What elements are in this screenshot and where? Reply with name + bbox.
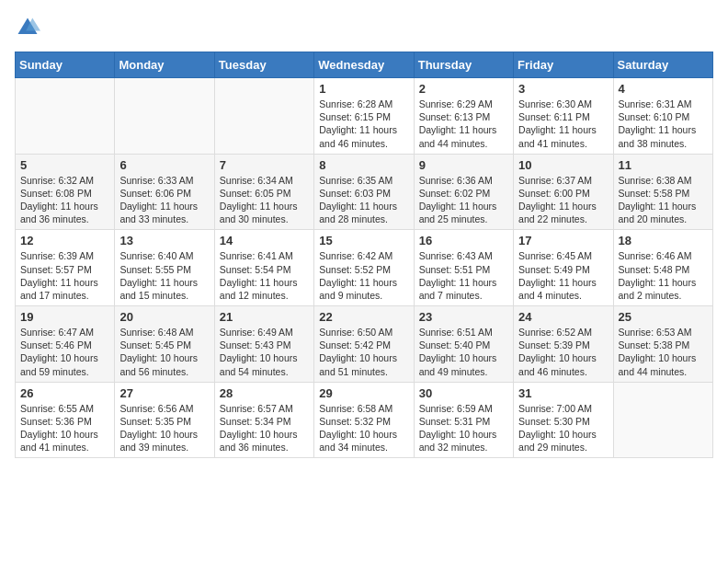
day-number: 13 xyxy=(119,234,209,247)
day-content: Sunrise: 6:32 AM Sunset: 6:08 PM Dayligh… xyxy=(20,174,109,226)
calendar-cell: 17Sunrise: 6:45 AM Sunset: 5:49 PM Dayli… xyxy=(514,230,613,306)
day-number: 16 xyxy=(419,234,508,247)
calendar-cell: 28Sunrise: 6:57 AM Sunset: 5:34 PM Dayli… xyxy=(214,382,313,458)
weekday-header: Monday xyxy=(115,52,214,78)
calendar-cell: 20Sunrise: 6:48 AM Sunset: 5:45 PM Dayli… xyxy=(115,306,214,383)
calendar-cell: 4Sunrise: 6:31 AM Sunset: 6:10 PM Daylig… xyxy=(613,78,712,155)
calendar-cell: 30Sunrise: 6:59 AM Sunset: 5:31 PM Dayli… xyxy=(414,382,513,458)
day-number: 7 xyxy=(220,158,309,172)
day-content: Sunrise: 6:40 AM Sunset: 5:55 PM Dayligh… xyxy=(119,249,209,302)
calendar-cell: 1Sunrise: 6:28 AM Sunset: 6:15 PM Daylig… xyxy=(314,78,414,155)
day-content: Sunrise: 6:42 AM Sunset: 5:52 PM Dayligh… xyxy=(319,249,408,302)
logo xyxy=(15,15,44,40)
day-number: 2 xyxy=(419,82,508,96)
day-content: Sunrise: 6:56 AM Sunset: 5:35 PM Dayligh… xyxy=(119,402,209,454)
day-number: 1 xyxy=(319,82,408,96)
calendar-cell: 7Sunrise: 6:34 AM Sunset: 6:05 PM Daylig… xyxy=(214,154,313,230)
day-content: Sunrise: 6:41 AM Sunset: 5:54 PM Dayligh… xyxy=(220,249,309,302)
calendar-cell: 29Sunrise: 6:58 AM Sunset: 5:32 PM Dayli… xyxy=(314,382,414,458)
day-number: 18 xyxy=(619,234,708,247)
calendar-cell xyxy=(214,78,313,155)
day-content: Sunrise: 7:00 AM Sunset: 5:30 PM Dayligh… xyxy=(518,402,608,454)
day-number: 6 xyxy=(119,158,209,172)
day-number: 28 xyxy=(220,386,309,400)
day-number: 12 xyxy=(20,234,109,247)
calendar-body: 1Sunrise: 6:28 AM Sunset: 6:15 PM Daylig… xyxy=(16,78,713,458)
calendar-cell: 6Sunrise: 6:33 AM Sunset: 6:06 PM Daylig… xyxy=(115,154,214,230)
day-number: 22 xyxy=(319,310,408,324)
day-content: Sunrise: 6:50 AM Sunset: 5:42 PM Dayligh… xyxy=(319,326,408,378)
day-number: 14 xyxy=(220,234,309,247)
day-number: 26 xyxy=(20,386,109,400)
day-content: Sunrise: 6:36 AM Sunset: 6:02 PM Dayligh… xyxy=(419,174,508,226)
calendar-cell xyxy=(613,382,712,458)
day-number: 31 xyxy=(518,386,608,400)
calendar-cell: 21Sunrise: 6:49 AM Sunset: 5:43 PM Dayli… xyxy=(214,306,313,383)
calendar-cell: 14Sunrise: 6:41 AM Sunset: 5:54 PM Dayli… xyxy=(214,230,313,306)
day-content: Sunrise: 6:58 AM Sunset: 5:32 PM Dayligh… xyxy=(319,402,408,454)
day-content: Sunrise: 6:38 AM Sunset: 5:58 PM Dayligh… xyxy=(619,174,708,226)
calendar-cell: 18Sunrise: 6:46 AM Sunset: 5:48 PM Dayli… xyxy=(613,230,712,306)
day-number: 9 xyxy=(419,158,508,172)
weekday-header: Wednesday xyxy=(314,52,414,78)
calendar-week-row: 12Sunrise: 6:39 AM Sunset: 5:57 PM Dayli… xyxy=(16,230,713,306)
day-content: Sunrise: 6:29 AM Sunset: 6:13 PM Dayligh… xyxy=(419,98,508,150)
weekday-header: Thursday xyxy=(414,52,513,78)
page-header xyxy=(15,15,713,40)
calendar-week-row: 26Sunrise: 6:55 AM Sunset: 5:36 PM Dayli… xyxy=(16,382,713,458)
calendar-week-row: 1Sunrise: 6:28 AM Sunset: 6:15 PM Daylig… xyxy=(16,78,713,155)
calendar-table: SundayMondayTuesdayWednesdayThursdayFrid… xyxy=(15,52,713,458)
calendar-cell: 31Sunrise: 7:00 AM Sunset: 5:30 PM Dayli… xyxy=(514,382,613,458)
calendar-cell: 3Sunrise: 6:30 AM Sunset: 6:11 PM Daylig… xyxy=(514,78,613,155)
day-content: Sunrise: 6:34 AM Sunset: 6:05 PM Dayligh… xyxy=(220,174,309,226)
calendar-week-row: 5Sunrise: 6:32 AM Sunset: 6:08 PM Daylig… xyxy=(16,154,713,230)
day-content: Sunrise: 6:49 AM Sunset: 5:43 PM Dayligh… xyxy=(220,326,309,378)
day-content: Sunrise: 6:31 AM Sunset: 6:10 PM Dayligh… xyxy=(619,98,708,150)
calendar-cell xyxy=(115,78,214,155)
day-content: Sunrise: 6:35 AM Sunset: 6:03 PM Dayligh… xyxy=(319,174,408,226)
day-content: Sunrise: 6:39 AM Sunset: 5:57 PM Dayligh… xyxy=(20,249,109,302)
day-number: 20 xyxy=(119,310,209,324)
calendar-cell: 16Sunrise: 6:43 AM Sunset: 5:51 PM Dayli… xyxy=(414,230,513,306)
day-number: 29 xyxy=(319,386,408,400)
calendar-cell: 10Sunrise: 6:37 AM Sunset: 6:00 PM Dayli… xyxy=(514,154,613,230)
day-number: 4 xyxy=(619,82,708,96)
day-content: Sunrise: 6:51 AM Sunset: 5:40 PM Dayligh… xyxy=(419,326,508,378)
calendar-cell: 22Sunrise: 6:50 AM Sunset: 5:42 PM Dayli… xyxy=(314,306,414,383)
day-number: 5 xyxy=(20,158,109,172)
logo-icon xyxy=(15,15,40,40)
day-content: Sunrise: 6:46 AM Sunset: 5:48 PM Dayligh… xyxy=(619,249,708,302)
day-number: 27 xyxy=(119,386,209,400)
day-content: Sunrise: 6:52 AM Sunset: 5:39 PM Dayligh… xyxy=(518,326,608,378)
calendar-cell: 23Sunrise: 6:51 AM Sunset: 5:40 PM Dayli… xyxy=(414,306,513,383)
calendar-cell: 5Sunrise: 6:32 AM Sunset: 6:08 PM Daylig… xyxy=(16,154,115,230)
calendar-cell: 2Sunrise: 6:29 AM Sunset: 6:13 PM Daylig… xyxy=(414,78,513,155)
day-content: Sunrise: 6:47 AM Sunset: 5:46 PM Dayligh… xyxy=(20,326,109,378)
day-number: 30 xyxy=(419,386,508,400)
day-number: 8 xyxy=(319,158,408,172)
day-content: Sunrise: 6:53 AM Sunset: 5:38 PM Dayligh… xyxy=(619,326,708,378)
calendar-cell: 19Sunrise: 6:47 AM Sunset: 5:46 PM Dayli… xyxy=(16,306,115,383)
day-content: Sunrise: 6:30 AM Sunset: 6:11 PM Dayligh… xyxy=(518,98,608,150)
day-content: Sunrise: 6:43 AM Sunset: 5:51 PM Dayligh… xyxy=(419,249,508,302)
calendar-cell: 13Sunrise: 6:40 AM Sunset: 5:55 PM Dayli… xyxy=(115,230,214,306)
day-number: 17 xyxy=(518,234,608,247)
calendar-cell: 25Sunrise: 6:53 AM Sunset: 5:38 PM Dayli… xyxy=(613,306,712,383)
day-content: Sunrise: 6:55 AM Sunset: 5:36 PM Dayligh… xyxy=(20,402,109,454)
day-number: 25 xyxy=(619,310,708,324)
day-content: Sunrise: 6:33 AM Sunset: 6:06 PM Dayligh… xyxy=(119,174,209,226)
day-number: 10 xyxy=(518,158,608,172)
calendar-header: SundayMondayTuesdayWednesdayThursdayFrid… xyxy=(16,52,713,78)
day-content: Sunrise: 6:48 AM Sunset: 5:45 PM Dayligh… xyxy=(119,326,209,378)
day-number: 19 xyxy=(20,310,109,324)
calendar-cell: 11Sunrise: 6:38 AM Sunset: 5:58 PM Dayli… xyxy=(613,154,712,230)
day-number: 11 xyxy=(619,158,708,172)
day-number: 15 xyxy=(319,234,408,247)
day-content: Sunrise: 6:59 AM Sunset: 5:31 PM Dayligh… xyxy=(419,402,508,454)
calendar-cell: 24Sunrise: 6:52 AM Sunset: 5:39 PM Dayli… xyxy=(514,306,613,383)
day-content: Sunrise: 6:57 AM Sunset: 5:34 PM Dayligh… xyxy=(220,402,309,454)
calendar-cell: 15Sunrise: 6:42 AM Sunset: 5:52 PM Dayli… xyxy=(314,230,414,306)
weekday-header: Sunday xyxy=(16,52,115,78)
weekday-row: SundayMondayTuesdayWednesdayThursdayFrid… xyxy=(16,52,713,78)
weekday-header: Tuesday xyxy=(214,52,313,78)
